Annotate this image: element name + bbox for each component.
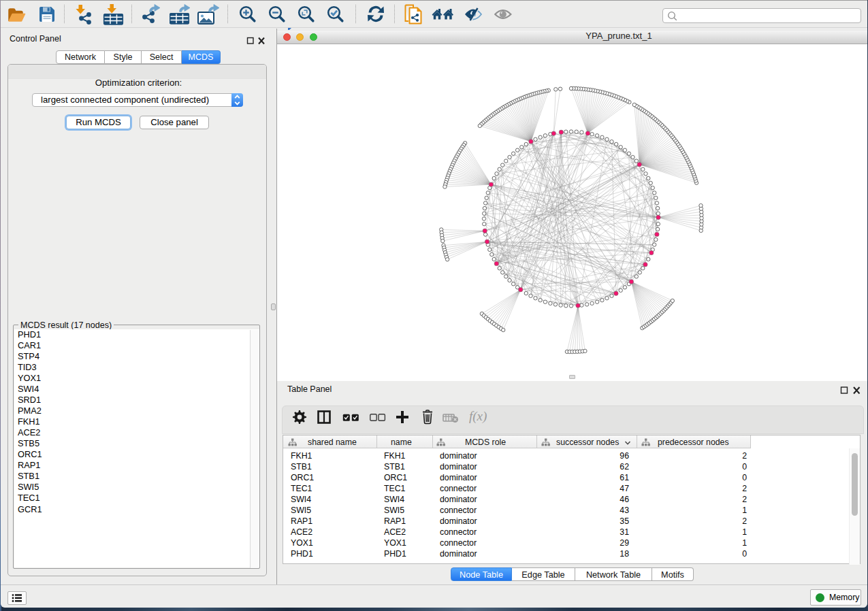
svg-text:f(x): f(x)	[469, 410, 487, 424]
